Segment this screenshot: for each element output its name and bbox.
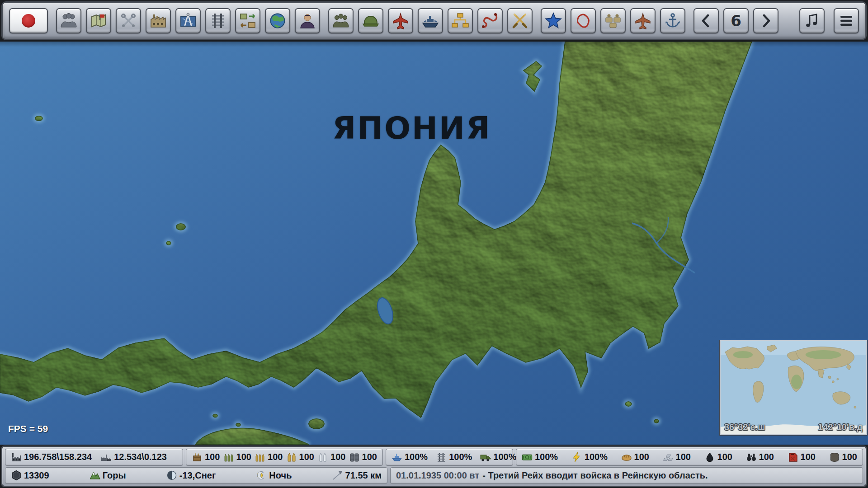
music-button[interactable] bbox=[799, 8, 825, 33]
air-groups-button[interactable] bbox=[630, 8, 656, 33]
supply-lines-button[interactable] bbox=[477, 8, 503, 33]
railway-icon bbox=[436, 452, 447, 463]
speed-up-icon bbox=[757, 12, 775, 30]
game-speed-value: 6 bbox=[731, 12, 741, 30]
railways-button[interactable] bbox=[205, 8, 231, 33]
railway-stat: 100% bbox=[436, 452, 472, 463]
command-structure-button[interactable] bbox=[448, 8, 473, 33]
toolbar-group bbox=[834, 8, 859, 33]
naval-bases-icon bbox=[664, 12, 682, 30]
shells-gold-stat: 100 bbox=[286, 452, 314, 463]
land-units-icon bbox=[362, 12, 380, 30]
industry-button[interactable] bbox=[146, 8, 171, 33]
powder-kegs-value: 100 bbox=[362, 452, 377, 462]
day-night-value: Ночь bbox=[269, 470, 292, 481]
torpedoes-stat: 100 bbox=[317, 452, 345, 463]
money-stat: 100% bbox=[522, 452, 558, 463]
provinces-icon bbox=[574, 12, 592, 30]
terrain-info-group: 13309Горы-13,СнегНочь71.55 км bbox=[5, 467, 387, 484]
world-icon bbox=[269, 12, 287, 30]
food-value: 100 bbox=[634, 452, 649, 462]
shells-green-stat: 100 bbox=[223, 452, 251, 463]
day-night-icon bbox=[256, 470, 267, 481]
truck-value: 100% bbox=[493, 452, 516, 462]
ammo-crate-stat: 100 bbox=[192, 452, 220, 463]
production-tools-button[interactable] bbox=[116, 8, 141, 33]
game-date: 01.01.1935 00:00 вт bbox=[396, 470, 479, 481]
speed-down-icon bbox=[697, 12, 715, 30]
bullets-gold-icon bbox=[255, 452, 265, 463]
world-map[interactable]: ЯПОНИЯ FPS = 59 bbox=[0, 42, 868, 445]
factory-stat: 196.758\158.234 bbox=[11, 452, 92, 463]
powder-kegs-stat: 100 bbox=[349, 452, 377, 463]
objectives-button[interactable] bbox=[541, 8, 566, 33]
trade-button[interactable] bbox=[235, 8, 260, 33]
supply-lines-icon bbox=[481, 12, 499, 30]
event-log[interactable]: 01.01.1935 00:00 вт - Третий Рейх вводит… bbox=[390, 467, 863, 484]
ship-icon bbox=[392, 452, 402, 463]
all-units-icon bbox=[604, 12, 622, 30]
naval-units-button[interactable] bbox=[418, 8, 443, 33]
resource-group-production: 196.758\158.23412.534\0.123 bbox=[5, 449, 183, 466]
population-button[interactable] bbox=[56, 8, 81, 33]
music-icon bbox=[803, 12, 821, 30]
toolbar-group: 6 bbox=[693, 8, 778, 33]
bullets-gold-value: 100 bbox=[268, 452, 283, 462]
minimap-world-icon bbox=[721, 341, 866, 434]
steel-stat: 100 bbox=[663, 452, 691, 463]
food-icon bbox=[621, 452, 632, 463]
game-speed-display[interactable]: 6 bbox=[723, 8, 749, 33]
all-units-button[interactable] bbox=[600, 8, 626, 33]
bullets-gold-stat: 100 bbox=[255, 452, 283, 463]
toolbar-group bbox=[799, 8, 825, 33]
naval-units-icon bbox=[421, 12, 439, 30]
political-map-button[interactable] bbox=[86, 8, 111, 33]
industry-icon bbox=[149, 12, 167, 30]
distance-value: 71.55 км bbox=[345, 470, 382, 481]
menu-button[interactable] bbox=[834, 8, 859, 33]
railway-value: 100% bbox=[449, 452, 472, 462]
day-night-stat: Ночь bbox=[256, 470, 292, 481]
fps-counter: FPS = 59 bbox=[8, 423, 48, 434]
temperature-value: -13,Снег bbox=[179, 470, 216, 481]
resource-group-munitions: 100100100100100100 bbox=[186, 449, 383, 466]
manpower-icon bbox=[101, 452, 112, 463]
minimap[interactable]: 36°32'с.ш 142°10'в.д bbox=[720, 340, 867, 435]
temperature-stat: -13,Снег bbox=[166, 470, 216, 481]
world-button[interactable] bbox=[265, 8, 290, 33]
command-structure-icon bbox=[451, 12, 469, 30]
army-button[interactable] bbox=[328, 8, 354, 33]
speed-up-button[interactable] bbox=[753, 8, 778, 33]
ship-value: 100% bbox=[405, 452, 428, 462]
speed-down-button[interactable] bbox=[693, 8, 719, 33]
army-icon bbox=[332, 12, 350, 30]
manpower-value: 12.534\0.123 bbox=[114, 452, 167, 462]
binoculars-stat: 100 bbox=[746, 452, 774, 463]
info-row: 13309Горы-13,СнегНочь71.55 км 01.01.1935… bbox=[5, 467, 863, 484]
status-bar-panel: 196.758\158.23412.534\0.1231001001001001… bbox=[1, 446, 867, 487]
fuel-value: 100 bbox=[801, 452, 816, 462]
diplomacy-button[interactable] bbox=[295, 8, 320, 33]
air-units-button[interactable] bbox=[388, 8, 413, 33]
land-units-button[interactable] bbox=[358, 8, 383, 33]
oil-icon bbox=[704, 452, 715, 463]
ammo-crate-icon bbox=[192, 452, 203, 463]
factory-value: 196.758\158.234 bbox=[24, 452, 92, 462]
flag-japan-button[interactable] bbox=[9, 8, 48, 33]
political-map-icon bbox=[90, 12, 108, 30]
oil-value: 100 bbox=[717, 452, 732, 462]
event-message: - Третий Рейх вводит войска в Рейнскую о… bbox=[482, 470, 708, 481]
naval-bases-button[interactable] bbox=[660, 8, 685, 33]
distance-icon bbox=[332, 470, 343, 481]
resource-group-transport: 100%100%100% bbox=[386, 449, 513, 466]
construction-button[interactable] bbox=[175, 8, 201, 33]
ship-stat: 100% bbox=[392, 452, 428, 463]
binoculars-icon bbox=[746, 452, 757, 463]
battles-button[interactable] bbox=[507, 8, 533, 33]
goods-stat: 100 bbox=[829, 452, 857, 463]
hexagon-stat: 13309 bbox=[11, 470, 49, 481]
fuel-stat: 100 bbox=[788, 452, 816, 463]
food-stat: 100 bbox=[621, 452, 649, 463]
provinces-button[interactable] bbox=[571, 8, 596, 33]
steel-icon bbox=[663, 452, 674, 463]
